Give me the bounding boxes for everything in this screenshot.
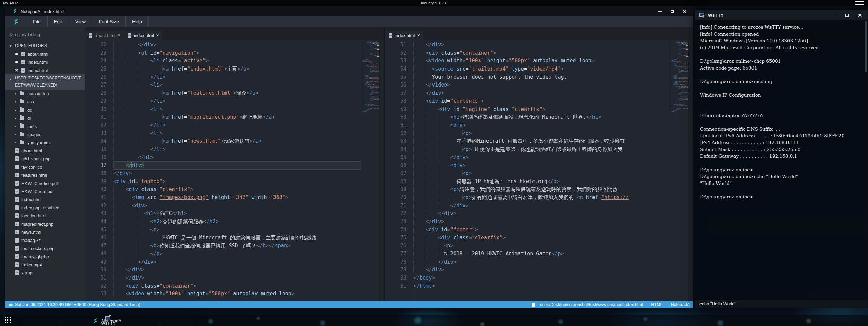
- tree-file-item[interactable]: index.php_disabled: [5, 204, 85, 212]
- terminal-line: "Hello World": [700, 180, 866, 187]
- close-icon[interactable]: ×: [417, 33, 420, 38]
- line-number: 51: [85, 274, 106, 282]
- hamburger-menu-icon[interactable]: [855, 1, 864, 5]
- menu-item-edit[interactable]: Edit: [48, 16, 69, 27]
- terminal-line: Windows IP Configuration: [700, 92, 866, 99]
- file-icon: [21, 60, 25, 64]
- line-number: 42: [85, 202, 106, 210]
- code-line: </li>: [113, 121, 361, 130]
- tree-file-item[interactable]: testmysql.php: [5, 252, 85, 261]
- folder-icon: [20, 141, 24, 144]
- tree-folder-item[interactable]: ▸css: [5, 98, 85, 106]
- file-icon: [15, 197, 19, 202]
- tree-folder-item[interactable]: ▸autostation: [5, 90, 85, 98]
- app-grid-icon[interactable]: [5, 317, 12, 324]
- code-line: </li>: [113, 97, 361, 106]
- file-label: add_vhost.php: [21, 156, 50, 161]
- line-number: 29: [85, 97, 106, 106]
- code-line: <p>: [113, 226, 361, 234]
- file-icon: [15, 148, 19, 153]
- folder-label: fonts: [27, 124, 37, 129]
- tree-file-item[interactable]: HKWTC notice.pdf: [5, 179, 85, 187]
- code-line: </div>: [113, 266, 361, 274]
- editor-tab-index.html[interactable]: index.html×: [385, 31, 423, 40]
- folder-label: yamiyamimi: [27, 140, 51, 145]
- menu-item-view[interactable]: View: [69, 16, 92, 27]
- notepada-titlebar[interactable]: NotepadA - index.html ✕: [5, 6, 693, 16]
- code-line: </ul>: [113, 154, 361, 162]
- terminal-output[interactable]: [info] Conencting to arozos WsTTY servic…: [695, 20, 868, 300]
- tree-file-item[interactable]: location.html: [5, 212, 85, 220]
- file-label: testmysql.php: [21, 254, 49, 259]
- code-editor-left[interactable]: </div> <ul id="navigation"> <li class="a…: [113, 40, 361, 301]
- close-icon[interactable]: ×: [118, 33, 120, 38]
- code-line: <div id="topbox">: [113, 178, 361, 186]
- tree-folder-item[interactable]: ▸dl: [5, 114, 85, 122]
- tree-file-item[interactable]: index.html: [5, 195, 85, 204]
- file-icon: [15, 173, 19, 177]
- code-editor-right[interactable]: </div> <div class="container"> <video wi…: [413, 40, 670, 301]
- tree-file-item[interactable]: x.php: [5, 269, 85, 277]
- line-number: 62: [385, 130, 406, 138]
- tree-file-item[interactable]: teabag.7z: [5, 236, 85, 244]
- code-line: <b>你知道我們全線伺服器已轉用 SSD 了嗎？</b></span>: [113, 242, 361, 250]
- maximize-icon[interactable]: [669, 8, 676, 14]
- menu-item-help[interactable]: Help: [126, 16, 149, 27]
- editor-tab-index.html[interactable]: index.html×: [124, 31, 162, 40]
- open-editor-item[interactable]: ✖index.html: [5, 58, 85, 66]
- code-line: HKWTC 是一個 Minecraft 的建築伺服器，主要建築計劃包括鐵路: [113, 234, 361, 242]
- minimize-icon[interactable]: [830, 12, 838, 18]
- tree-folder-item[interactable]: ▸dc: [5, 106, 85, 114]
- close-icon[interactable]: ✕: [856, 12, 864, 18]
- open-editor-item[interactable]: ✖about.html: [5, 50, 85, 58]
- tree-file-item[interactable]: favicon.ico: [5, 163, 85, 171]
- open-editor-item[interactable]: ✖index.html: [5, 66, 85, 74]
- wstty-titlebar[interactable]: WsTTY ✕: [695, 10, 868, 20]
- minimap-left[interactable]: </div> <ul id="navigation"> <li class="a…: [361, 40, 379, 301]
- close-icon[interactable]: ×: [156, 33, 159, 38]
- workspace-root-item[interactable]: ▾ USER:/DESKTOP/SCREENSHOT/TEST/WWW CLEA…: [5, 74, 85, 90]
- code-line: </div>: [413, 154, 670, 162]
- tree-file-item[interactable]: trailer.mp4: [5, 261, 85, 269]
- folder-icon: [20, 108, 24, 112]
- tree-folder-item[interactable]: ▸fonts: [5, 122, 85, 130]
- terminal-scrollbar[interactable]: [865, 21, 867, 292]
- menu-item-font-size[interactable]: Font Size: [92, 16, 126, 27]
- tree-file-item[interactable]: news.html: [5, 228, 85, 236]
- file-label: about.html: [21, 148, 42, 153]
- open-editors-section[interactable]: ▾ OPEN EDITORS: [5, 42, 85, 50]
- code-line: </div>: [113, 41, 361, 49]
- menu-item-file[interactable]: File: [26, 16, 48, 27]
- minimap-right[interactable]: </div> <ul id="navigation"> <li class="a…: [670, 40, 688, 301]
- line-number: 23: [85, 49, 106, 57]
- scrollbar-left[interactable]: [379, 40, 384, 301]
- scrollbar-right[interactable]: [688, 40, 693, 301]
- editor-tab-about.html[interactable]: about.html×: [85, 31, 124, 40]
- code-line: </div>: [413, 266, 670, 274]
- tree-file-item[interactable]: about.html: [5, 147, 85, 155]
- notepada-logo-icon: [92, 318, 99, 324]
- taskbar-item-notepada[interactable]: NotepadA: [90, 315, 124, 326]
- tree-folder-item[interactable]: ▸yamiyamimi: [5, 138, 85, 147]
- minimize-icon[interactable]: [656, 8, 664, 14]
- tree-file-item[interactable]: HKWTC rule.pdf: [5, 187, 85, 195]
- terminal-line: Subnet Mask . . . . . . . . . . . : 255.…: [700, 147, 866, 153]
- close-icon[interactable]: ✖: [15, 52, 21, 56]
- terminal-input[interactable]: echo "Hello World": [695, 300, 868, 308]
- tree-file-item[interactable]: mapredirect.php: [5, 220, 85, 228]
- close-icon[interactable]: ✖: [15, 60, 21, 64]
- maximize-icon[interactable]: [843, 12, 851, 18]
- terminal-line: D:\golang\aroz online>ipconfig: [700, 79, 866, 85]
- tree-file-item[interactable]: add_vhost.php: [5, 155, 85, 163]
- terminal-line: [700, 52, 866, 58]
- tree-file-item[interactable]: test_sockets.php: [5, 244, 85, 252]
- file-icon: [532, 303, 535, 307]
- line-number: 78: [385, 258, 406, 266]
- notepada-menu-logo-icon[interactable]: [5, 16, 26, 27]
- terminal-line: Microsoft Windows [Version 10.0.18363.12…: [700, 38, 866, 45]
- tree-file-item[interactable]: features.html: [5, 171, 85, 179]
- close-icon[interactable]: ✖: [15, 68, 21, 73]
- tree-folder-item[interactable]: ▸images: [5, 130, 85, 138]
- open-editor-label: index.html: [28, 68, 48, 73]
- close-icon[interactable]: ✕: [681, 8, 688, 14]
